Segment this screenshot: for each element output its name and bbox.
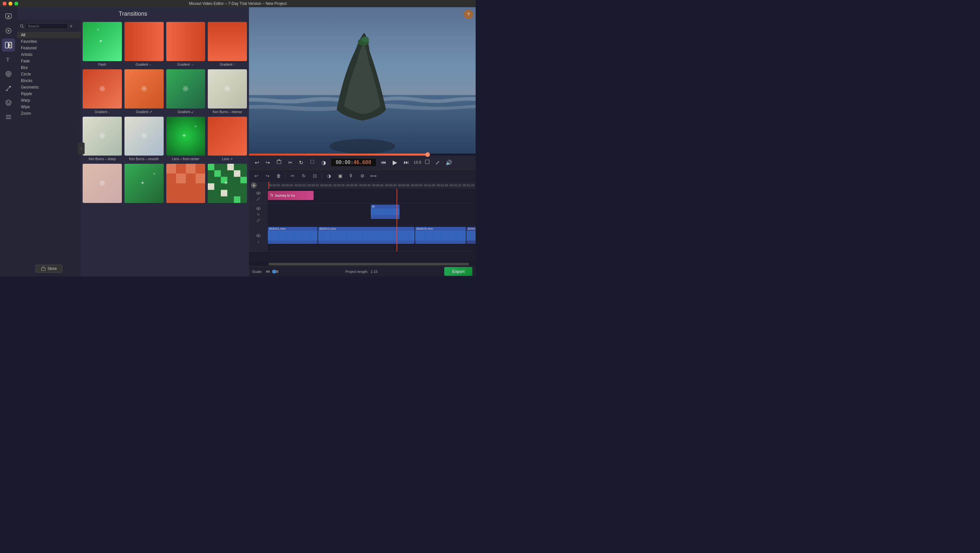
transition-gradient-up[interactable]: Gradient ↑ [208, 22, 247, 67]
undo-button[interactable]: ↩ [253, 158, 261, 167]
toolbar-settings[interactable]: ⚙ [357, 171, 367, 180]
category-blur[interactable]: Blur [17, 64, 81, 71]
ruler-mark-1: 00:00:05 [282, 184, 295, 187]
collapse-panel-button[interactable]: ‹ [78, 142, 84, 154]
transition-gradient-sw[interactable]: Gradient ↙ [166, 69, 205, 114]
timeline-scroll-thumb[interactable] [269, 263, 469, 265]
title-track-eye-icon[interactable] [256, 191, 261, 196]
transition-gradient-right[interactable]: Gradient → [166, 22, 205, 67]
clip-bl[interactable]: Bl [371, 205, 399, 219]
toolbar-crop[interactable]: ⊡ [310, 171, 320, 180]
category-featured[interactable]: Featured [17, 45, 81, 51]
transition-lens-diag-thumb [208, 117, 247, 156]
clip-bdmv1-wave [268, 231, 318, 241]
transition-flash[interactable]: Flash [83, 22, 122, 67]
category-all[interactable]: All [17, 32, 81, 38]
media-icon-btn[interactable] [2, 10, 15, 23]
skip-back-button[interactable]: ⏮ [379, 158, 388, 167]
effects-icon-btn[interactable] [2, 24, 15, 37]
category-fade[interactable]: Fade [17, 58, 81, 64]
transition-kb-sharp-thumb [83, 117, 122, 156]
toolbar-motion[interactable]: ⟺ [369, 171, 378, 180]
transition-gradient-left[interactable]: Gradient ← [124, 22, 164, 67]
transition-kb-intense[interactable]: Ken Burns – intense [208, 69, 247, 114]
search-clear-icon[interactable]: ✕ [69, 24, 73, 29]
arrow-icon-btn[interactable] [2, 82, 15, 95]
category-favorites[interactable]: Favorites [17, 38, 81, 45]
transition-kb-intense-thumb [208, 69, 247, 108]
title-clip-journey[interactable]: Tr Journey to Ka [268, 191, 313, 200]
fullscreen-button[interactable] [423, 158, 431, 167]
clip-bdmv2[interactable]: BDMV2.mov [318, 227, 415, 244]
toolbar-redo[interactable]: ↪ [262, 171, 272, 180]
category-ripple[interactable]: Ripple [17, 91, 81, 97]
volume-button[interactable]: 🔊 [444, 158, 454, 167]
add-track-button[interactable]: + [251, 182, 257, 188]
secondary-track-edit-icon[interactable] [256, 218, 261, 223]
close-button[interactable] [3, 2, 6, 6]
main-track-content[interactable]: BDMV1.mov BDMV2.mov BDMV5.mov [268, 226, 476, 251]
sticker-icon-btn[interactable] [2, 96, 15, 109]
transition-kb-smooth[interactable]: Ken Burns – smooth [124, 117, 164, 161]
category-wipe[interactable]: Wipe [17, 104, 81, 110]
scale-thumb[interactable] [272, 269, 276, 274]
rotate-button[interactable]: ↻ [297, 158, 305, 167]
category-blocks[interactable]: Blocks [17, 78, 81, 84]
progress-bar-container[interactable] [249, 154, 476, 156]
minimize-button[interactable] [8, 2, 13, 6]
help-button[interactable]: ? [464, 10, 473, 19]
secondary-track-eye-icon[interactable] [256, 206, 261, 211]
maximize-button[interactable] [14, 2, 18, 6]
toolbar-image[interactable]: ▣ [335, 171, 345, 180]
text-icon-btn[interactable]: T [2, 53, 15, 66]
secondary-track-fx-icon[interactable]: fx [256, 212, 261, 217]
transition-more-1[interactable] [83, 164, 122, 204]
title-track-content[interactable]: Tr Journey to Ka [268, 189, 476, 203]
export-button[interactable]: Export [444, 267, 473, 276]
transition-more4-pattern [208, 164, 247, 203]
category-warp[interactable]: Warp [17, 97, 81, 104]
transition-more-3[interactable] [166, 164, 205, 204]
category-geometric[interactable]: Geometric [17, 84, 81, 91]
layout-icon-btn[interactable] [2, 110, 15, 124]
skip-forward-button[interactable]: ⏭ [402, 158, 411, 167]
transition-lens-center[interactable]: Lens – from center [166, 117, 205, 161]
clip-bdmv9[interactable]: BDMV9.mov [466, 227, 476, 244]
timeline-scrollbar[interactable] [249, 262, 476, 266]
expand-button[interactable]: ⤢ [433, 158, 442, 167]
crop-button[interactable] [308, 158, 317, 167]
transition-gradient-ne[interactable]: Gradient ↗ [124, 69, 164, 114]
transition-more-2[interactable] [124, 164, 164, 204]
main-track-eye-icon[interactable] [256, 233, 261, 238]
transition-lens-diag[interactable]: Lens ↗ [208, 117, 247, 161]
toolbar-cut[interactable]: ✂ [288, 171, 298, 180]
ruler-mark-0: 00:00:00 [269, 184, 282, 187]
ruler-mark-2: 00:00:10 [294, 184, 307, 187]
transition-gradient-down[interactable]: Gradient ↓ [83, 69, 122, 114]
toolbar-delete[interactable]: 🗑 [274, 171, 283, 180]
secondary-track-content[interactable]: Bl BDMV6.mov BDMV12.mov [268, 203, 476, 225]
filter-icon-btn[interactable] [2, 67, 15, 80]
clip-bdmv5[interactable]: BDMV5.mov [415, 227, 466, 244]
clip-bdmv1[interactable]: BDMV1.mov [268, 227, 318, 244]
store-button[interactable]: Store [35, 265, 62, 273]
toolbar-undo[interactable]: ↩ [251, 171, 261, 180]
category-circle[interactable]: Circle [17, 71, 81, 78]
main-track-mute-icon[interactable]: ♪ [256, 239, 261, 244]
delete-button[interactable] [274, 158, 283, 167]
play-button[interactable]: ▶ [391, 158, 399, 167]
transition-more-4[interactable] [208, 164, 247, 204]
transition-kb-sharp[interactable]: Ken Burns – sharp [83, 117, 122, 161]
transitions-icon-btn[interactable] [2, 38, 15, 52]
toolbar-audio[interactable]: 🎙 [346, 171, 356, 180]
category-zoom[interactable]: Zoom [17, 110, 81, 117]
color-button[interactable]: ◑ [320, 158, 328, 167]
title-track-edit-icon[interactable] [256, 196, 261, 202]
category-artistic[interactable]: Artistic [17, 51, 81, 58]
cut-button[interactable]: ✂ [286, 158, 294, 167]
transition-gradient-right-thumb [166, 22, 205, 61]
redo-button[interactable]: ↪ [264, 158, 272, 167]
search-input[interactable] [25, 23, 68, 29]
toolbar-color[interactable]: ◑ [324, 171, 334, 180]
toolbar-rotate[interactable]: ↻ [299, 171, 309, 180]
